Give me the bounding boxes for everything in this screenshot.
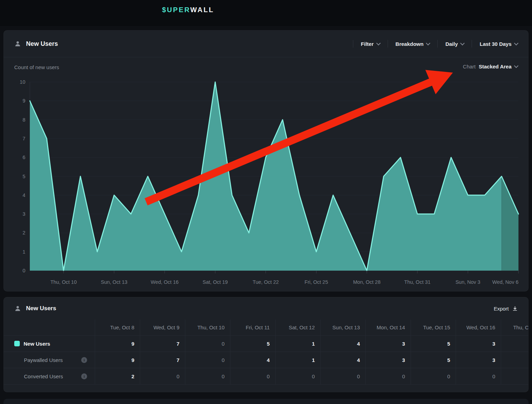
y-tick-label: 7 (23, 136, 25, 141)
logo-text-teal: $UPER (162, 6, 190, 14)
next-card-edge (3, 399, 529, 404)
table-cell: 0 (185, 368, 230, 385)
table-cell: 0 (185, 336, 230, 352)
daily-values-table: Tue, Oct 8Wed, Oct 9Thu, Oct 10Fri, Oct … (4, 320, 528, 385)
table-column-header: Sun, Oct 13 (320, 320, 365, 336)
table-cell: 5 (411, 352, 456, 368)
person-icon (14, 305, 21, 312)
table-cell: 2 (95, 368, 140, 385)
table-column-header: Sat, Oct 12 (275, 320, 320, 336)
table-row-label: Paywalled Usersi (4, 352, 95, 368)
x-tick-label: Thu, Oct 10 (50, 279, 77, 285)
x-tick-label: Wed, Nov 6 (492, 279, 519, 285)
table-column-header: Wed, Oct 9 (140, 320, 185, 336)
table-cell: 1 (275, 336, 320, 352)
y-tick-label: 0 (23, 268, 25, 273)
y-tick-label: 1 (23, 249, 25, 255)
table-cell: 9 (95, 336, 140, 352)
table-column-header: Tue, Oct 15 (411, 320, 456, 336)
x-tick-label: Sat, Oct 19 (203, 279, 228, 285)
new-users-chart-card: New Users Filter Breakdown Daily Last 30… (3, 30, 529, 291)
y-tick-label: 3 (23, 211, 25, 217)
superwall-logo: $UPERWALL (162, 6, 214, 14)
table-cell: 5 (230, 336, 275, 352)
table-cell (501, 352, 529, 368)
y-tick-label: 4 (23, 192, 25, 198)
table-corner-cell (4, 320, 95, 336)
table-cell: 0 (411, 368, 456, 385)
x-tick-label: Mon, Oct 28 (353, 279, 381, 285)
row-label-text: Converted Users (24, 373, 63, 379)
table-cell: 4 (230, 352, 275, 368)
x-tick-label: Sun, Nov 3 (455, 279, 480, 285)
x-tick-label: Tue, Oct 22 (253, 279, 279, 285)
x-tick-label: Wed, Oct 16 (151, 279, 178, 285)
y-tick-label: 8 (23, 117, 25, 123)
table-column-header: Fri, Oct 11 (230, 320, 275, 336)
table-cell: 0 (320, 368, 365, 385)
x-tick-label: Thu, Oct 31 (404, 279, 431, 285)
table-title: New Users (26, 305, 56, 312)
x-tick-label: Sun, Oct 13 (101, 279, 128, 285)
table-column-header: Wed, Oct 16 (456, 320, 501, 336)
table-row-label: Converted Usersi (4, 368, 95, 385)
row-label-text: Paywalled Users (24, 357, 63, 363)
table-cell: 3 (456, 336, 501, 352)
table-cell: 0 (140, 368, 185, 385)
table-cell (501, 368, 529, 385)
table-cell: 3 (456, 352, 501, 368)
table-cell: 3 (365, 352, 411, 368)
area-fill-partial-day (501, 176, 518, 271)
row-label-text: New Users (24, 341, 50, 347)
table-cell: 0 (275, 368, 320, 385)
table-cell: 0 (365, 368, 411, 385)
stacked-area-chart: 012345678910Thu, Oct 10Sun, Oct 13Wed, O… (4, 31, 529, 291)
y-tick-label: 5 (23, 174, 25, 179)
y-tick-label: 9 (23, 98, 25, 104)
table-cell: 4 (320, 352, 365, 368)
table-cell: 0 (456, 368, 501, 385)
table-cell: 4 (320, 336, 365, 352)
table-column-header: Thu, Oct 10 (185, 320, 230, 336)
table-cell (501, 336, 529, 352)
table-cell: 0 (230, 368, 275, 385)
table-card-header: New Users Export (4, 297, 528, 320)
x-tick-label: Fri, Oct 25 (305, 279, 328, 285)
table-cell: 5 (411, 336, 456, 352)
logo-text-white: WALL (190, 6, 214, 14)
table-cell: 0 (185, 352, 230, 368)
table-column-header: Mon, Oct 14 (365, 320, 411, 336)
table-row-label: New Users (4, 336, 95, 352)
table-cell: 9 (95, 352, 140, 368)
download-icon (512, 306, 518, 311)
table-cell: 7 (140, 336, 185, 352)
table-column-header: Thu, Oct 17 (501, 320, 529, 336)
y-tick-label: 10 (20, 79, 25, 85)
series-color-swatch (14, 341, 20, 346)
table-column-header: Tue, Oct 8 (95, 320, 140, 336)
table-cell: 7 (140, 352, 185, 368)
export-button[interactable]: Export (494, 306, 518, 312)
export-label: Export (494, 306, 509, 312)
y-tick-label: 2 (23, 230, 25, 236)
new-users-table-card: New Users Export Tue, Oct 8Wed, Oct 9Thu… (3, 297, 529, 392)
info-icon[interactable]: i (81, 357, 87, 363)
table-cell: 1 (275, 352, 320, 368)
topbar: $UPERWALL (0, 0, 532, 26)
info-icon[interactable]: i (81, 373, 87, 379)
y-tick-label: 6 (23, 155, 25, 160)
table-cell: 3 (365, 336, 411, 352)
